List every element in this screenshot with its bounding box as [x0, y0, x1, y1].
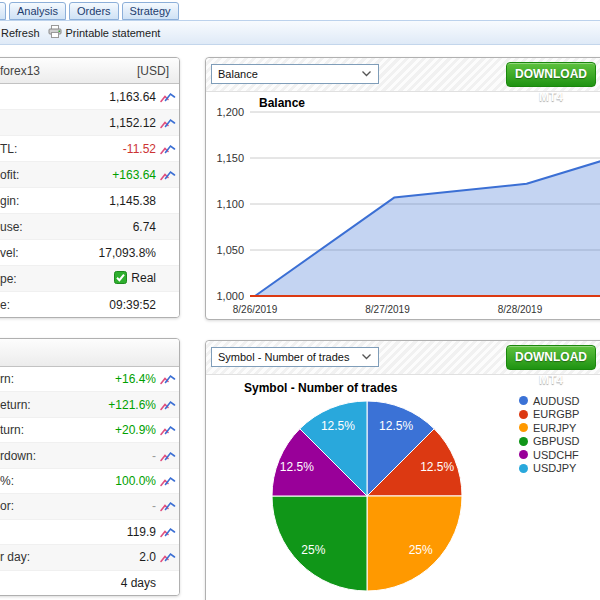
row-value: 09:39:52 — [10, 298, 156, 312]
row-value: 4 days — [0, 576, 156, 590]
statistics-rows: rn:+16.4%eturn:+121.6%turn:+20.9%rdown:-… — [0, 367, 179, 595]
legend-label: EURJPY — [533, 422, 576, 434]
account-rows: 1,163.641,152.12TL:-11.52ofit:+163.64gin… — [0, 84, 179, 317]
y-tick-label: 1,100 — [206, 198, 244, 210]
stat-row: turn:+20.9% — [0, 418, 179, 443]
stat-row: eturn:+121.6% — [0, 392, 179, 417]
chevron-down-icon — [361, 68, 372, 80]
printable-statement-label: Printable statement — [66, 27, 161, 39]
mini-chart-icon[interactable] — [160, 399, 176, 411]
mini-chart-icon[interactable] — [160, 526, 176, 538]
row-label: gin: — [0, 194, 19, 208]
y-tick-label: 1,000 — [206, 290, 244, 302]
icon-spacer — [160, 299, 176, 311]
balance-chart-toolbar: Balance DOWNLOAD MT4 — [206, 58, 600, 92]
legend-item: AUDUSD — [519, 394, 579, 408]
legend-label: EURGBP — [533, 408, 579, 420]
stat-row: e:09:39:52 — [0, 292, 179, 317]
symbol-pie-select[interactable]: Symbol - Number of trades — [211, 347, 379, 367]
chevron-down-icon — [361, 351, 372, 363]
mini-chart-icon[interactable] — [160, 169, 176, 181]
stat-row: rn:+16.4% — [0, 367, 179, 392]
symbol-pie-legend: AUDUSDEURGBPEURJPYGBPUSDUSDCHFUSDJPY — [519, 394, 579, 475]
row-label: turn: — [0, 423, 24, 437]
svg-text:25%: 25% — [409, 543, 433, 557]
legend-dot — [519, 423, 528, 432]
tab-orders[interactable]: Orders — [69, 2, 119, 20]
account-panel: forex13 [USD] 1,163.641,152.12TL:-11.52o… — [0, 57, 180, 318]
stat-row: r day:2.0 — [0, 545, 179, 570]
legend-label: GBPUSD — [533, 435, 579, 447]
svg-text:12.5%: 12.5% — [420, 460, 454, 474]
download-mt4-button[interactable]: DOWNLOAD MT4 — [506, 345, 596, 370]
mini-chart-icon[interactable] — [160, 424, 176, 436]
stat-row: or:- — [0, 494, 179, 519]
tab-partial[interactable] — [0, 2, 6, 20]
stat-row: 4 days — [0, 571, 179, 595]
row-value: 119.9 — [0, 525, 156, 539]
row-value: -11.52 — [17, 142, 156, 156]
y-tick-label: 1,200 — [206, 106, 244, 118]
row-value: 1,152.12 — [0, 116, 156, 130]
symbol-pie-select-value: Symbol - Number of trades — [218, 351, 349, 363]
stat-row: rdown:- — [0, 443, 179, 468]
row-value: - — [36, 449, 156, 463]
balance-chart-select[interactable]: Balance — [211, 64, 379, 84]
account-currency: [USD] — [137, 64, 169, 78]
svg-text:12.5%: 12.5% — [321, 419, 355, 433]
icon-spacer — [160, 247, 176, 259]
row-label: rn: — [0, 372, 14, 386]
legend-dot — [519, 464, 528, 473]
row-label: vel: — [0, 246, 19, 260]
mini-chart-icon[interactable] — [160, 500, 176, 512]
stat-row: pe:Real — [0, 266, 179, 292]
tab-strategy[interactable]: Strategy — [122, 2, 179, 20]
legend-dot — [519, 437, 528, 446]
mini-chart-icon[interactable] — [160, 91, 176, 103]
download-mt4-button[interactable]: DOWNLOAD MT4 — [506, 62, 596, 87]
row-value: +163.64 — [19, 168, 156, 182]
balance-area-chart — [250, 106, 600, 306]
y-tick-label: 1,050 — [206, 244, 244, 256]
row-label: ofit: — [0, 168, 19, 182]
row-value: 1,163.64 — [0, 90, 156, 104]
mini-chart-icon[interactable] — [160, 143, 176, 155]
row-label: use: — [0, 220, 23, 234]
account-panel-header: forex13 [USD] — [0, 58, 179, 84]
refresh-button[interactable]: Refresh — [1, 27, 40, 39]
row-label: %: — [0, 474, 14, 488]
mini-chart-icon[interactable] — [160, 475, 176, 487]
statistics-panel-header — [0, 339, 179, 367]
legend-dot — [519, 450, 528, 459]
stat-row: %:100.0% — [0, 469, 179, 494]
icon-spacer — [160, 195, 176, 207]
row-label: TL: — [0, 142, 17, 156]
toolbar: Refresh Printable statement — [0, 20, 600, 45]
row-value: +16.4% — [14, 372, 156, 386]
mini-chart-icon[interactable] — [160, 450, 176, 462]
stat-row: 119.9 — [0, 520, 179, 545]
row-value: 17,093.8% — [19, 246, 156, 260]
legend-label: USDCHF — [533, 449, 579, 461]
row-value: +20.9% — [24, 423, 156, 437]
svg-text:25%: 25% — [301, 543, 325, 557]
mini-chart-icon[interactable] — [160, 551, 176, 563]
tab-analysis[interactable]: Analysis — [9, 2, 66, 20]
stat-row: ofit:+163.64 — [0, 162, 179, 188]
printable-statement-button[interactable]: Printable statement — [48, 25, 161, 40]
mini-chart-icon[interactable] — [160, 117, 176, 129]
stat-row: vel:17,093.8% — [0, 240, 179, 266]
balance-chart-panel: Balance DOWNLOAD MT4 Balance 1,0001,0501… — [205, 57, 600, 320]
x-tick-label: 8/27/2019 — [358, 304, 418, 315]
symbol-pie-toolbar: Symbol - Number of trades DOWNLOAD MT4 — [206, 341, 600, 375]
icon-spacer — [160, 273, 176, 285]
tabs: AnalysisOrdersStrategy — [0, 2, 179, 20]
legend-item: USDJPY — [519, 462, 579, 476]
row-value: 1,145.38 — [19, 194, 156, 208]
legend-label: AUDUSD — [533, 395, 579, 407]
row-label: e: — [0, 298, 10, 312]
mini-chart-icon[interactable] — [160, 373, 176, 385]
row-value: +121.6% — [31, 398, 156, 412]
row-label: r day: — [0, 550, 30, 564]
row-value: 6.74 — [23, 220, 156, 234]
